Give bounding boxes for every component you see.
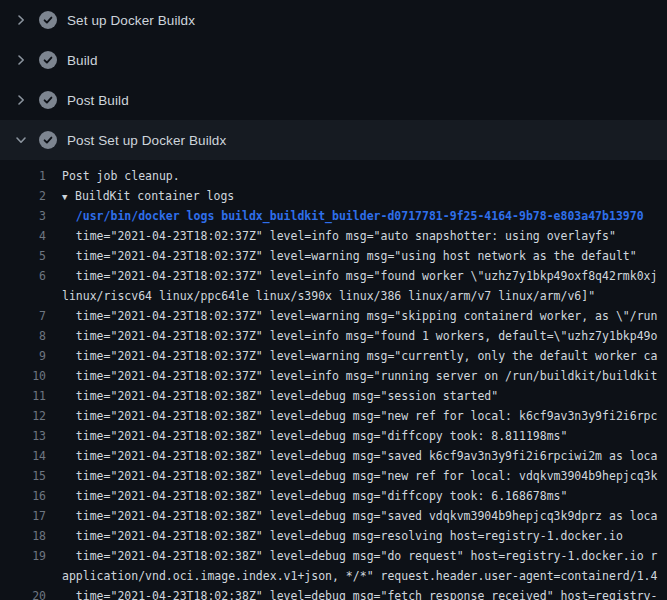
step-header-set-up-docker-buildx[interactable]: Set up Docker Buildx <box>0 0 667 40</box>
log-line-number[interactable]: 13 <box>0 426 46 446</box>
step-success-check-icon <box>39 91 57 109</box>
log-group-collapse-triangle-icon[interactable]: ▼ <box>62 187 75 207</box>
chevron-right-icon[interactable] <box>13 92 29 108</box>
log-line-text: time="2021-04-23T18:02:37Z" level=info m… <box>62 226 616 246</box>
step-header-post-build[interactable]: Post Build <box>0 80 667 120</box>
log-line-wrap-continuation: application/vnd.oci.image.index.v1+json,… <box>0 566 667 586</box>
log-line-text: time="2021-04-23T18:02:37Z" level=warnin… <box>62 346 657 366</box>
log-line-text: time="2021-04-23T18:02:37Z" level=info m… <box>62 266 657 286</box>
log-line-text: Post job cleanup. <box>62 166 180 186</box>
log-line-number[interactable]: 18 <box>0 526 46 546</box>
log-line-text: time="2021-04-23T18:02:38Z" level=debug … <box>62 386 498 406</box>
chevron-right-icon[interactable] <box>13 52 29 68</box>
log-line-number[interactable]: 6 <box>0 266 46 286</box>
log-line: 15 time="2021-04-23T18:02:38Z" level=deb… <box>0 466 667 486</box>
log-line: 4 time="2021-04-23T18:02:37Z" level=info… <box>0 226 667 246</box>
log-line-text: time="2021-04-23T18:02:38Z" level=debug … <box>62 466 657 486</box>
log-line: 6 time="2021-04-23T18:02:37Z" level=info… <box>0 266 667 286</box>
step-success-check-icon <box>39 131 57 149</box>
log-line-number[interactable]: 4 <box>0 226 46 246</box>
log-line-number[interactable]: 2 <box>0 186 46 206</box>
log-line-number[interactable]: 10 <box>0 366 46 386</box>
job-steps-list: Set up Docker Buildx Build P <box>0 0 667 160</box>
log-line-text: time="2021-04-23T18:02:38Z" level=debug … <box>62 426 567 446</box>
step-success-check-icon <box>39 11 57 29</box>
log-line-text: time="2021-04-23T18:02:38Z" level=debug … <box>62 486 567 506</box>
log-line: 10 time="2021-04-23T18:02:37Z" level=inf… <box>0 366 667 386</box>
log-line-number[interactable] <box>0 566 46 586</box>
log-line-text: time="2021-04-23T18:02:37Z" level=info m… <box>62 366 657 386</box>
log-line-number[interactable]: 11 <box>0 386 46 406</box>
step-log-output: 1 Post job cleanup. 2 ▼BuildKit containe… <box>0 160 667 600</box>
log-line-number[interactable]: 19 <box>0 546 46 566</box>
log-line-text: ▼BuildKit container logs <box>62 186 234 206</box>
step-label: Post Build <box>67 93 129 108</box>
step-label: Set up Docker Buildx <box>67 13 195 28</box>
log-line-number[interactable] <box>0 286 46 306</box>
log-line: 17 time="2021-04-23T18:02:38Z" level=deb… <box>0 506 667 526</box>
log-line: 8 time="2021-04-23T18:02:37Z" level=info… <box>0 326 667 346</box>
log-line-text: linux/riscv64 linux/ppc64le linux/s390x … <box>62 286 595 306</box>
log-line-command: 3 /usr/bin/docker logs buildx_buildkit_b… <box>0 206 667 226</box>
step-label: Post Set up Docker Buildx <box>67 133 226 148</box>
log-line: 16 time="2021-04-23T18:02:38Z" level=deb… <box>0 486 667 506</box>
log-line-number[interactable]: 20 <box>0 586 46 600</box>
log-line: 13 time="2021-04-23T18:02:38Z" level=deb… <box>0 426 667 446</box>
log-line-text: /usr/bin/docker logs buildx_buildkit_bui… <box>62 206 644 226</box>
log-group-header[interactable]: 2 ▼BuildKit container logs <box>0 186 667 206</box>
log-line: 9 time="2021-04-23T18:02:37Z" level=warn… <box>0 346 667 366</box>
log-line: 18 time="2021-04-23T18:02:38Z" level=deb… <box>0 526 667 546</box>
log-line-text: application/vnd.oci.image.index.v1+json,… <box>62 566 657 586</box>
step-header-post-set-up-docker-buildx[interactable]: Post Set up Docker Buildx <box>0 120 667 160</box>
log-line-number[interactable]: 8 <box>0 326 46 346</box>
log-line-text: time="2021-04-23T18:02:37Z" level=warnin… <box>62 306 657 326</box>
log-line-wrap-continuation: linux/riscv64 linux/ppc64le linux/s390x … <box>0 286 667 306</box>
step-label: Build <box>67 53 98 68</box>
log-line-number[interactable]: 14 <box>0 446 46 466</box>
log-line-text: time="2021-04-23T18:02:38Z" level=debug … <box>62 446 657 466</box>
log-line-text: time="2021-04-23T18:02:38Z" level=debug … <box>62 406 657 426</box>
step-success-check-icon <box>39 51 57 69</box>
log-line: 1 Post job cleanup. <box>0 166 667 186</box>
log-line: 5 time="2021-04-23T18:02:37Z" level=warn… <box>0 246 667 266</box>
log-line-text: time="2021-04-23T18:02:38Z" level=debug … <box>62 586 657 600</box>
log-line: 12 time="2021-04-23T18:02:38Z" level=deb… <box>0 406 667 426</box>
log-line-text: time="2021-04-23T18:02:38Z" level=debug … <box>62 546 657 566</box>
log-line-number[interactable]: 16 <box>0 486 46 506</box>
chevron-right-icon[interactable] <box>13 12 29 28</box>
log-line-text: time="2021-04-23T18:02:38Z" level=debug … <box>62 526 623 546</box>
log-line-number[interactable]: 7 <box>0 306 46 326</box>
log-line-number[interactable]: 15 <box>0 466 46 486</box>
log-line-text: time="2021-04-23T18:02:38Z" level=debug … <box>62 506 657 526</box>
log-line: 11 time="2021-04-23T18:02:38Z" level=deb… <box>0 386 667 406</box>
log-group-label: BuildKit container logs <box>75 189 234 203</box>
chevron-down-icon[interactable] <box>13 132 29 148</box>
log-line-number[interactable]: 5 <box>0 246 46 266</box>
log-line-text: time="2021-04-23T18:02:37Z" level=info m… <box>62 326 657 346</box>
log-line-number[interactable]: 17 <box>0 506 46 526</box>
log-line-text: time="2021-04-23T18:02:37Z" level=warnin… <box>62 246 637 266</box>
log-line: 19 time="2021-04-23T18:02:38Z" level=deb… <box>0 546 667 566</box>
step-header-build[interactable]: Build <box>0 40 667 80</box>
log-line-number[interactable]: 12 <box>0 406 46 426</box>
log-line-number[interactable]: 9 <box>0 346 46 366</box>
log-line: 7 time="2021-04-23T18:02:37Z" level=warn… <box>0 306 667 326</box>
log-line-number[interactable]: 1 <box>0 166 46 186</box>
log-line: 20 time="2021-04-23T18:02:38Z" level=deb… <box>0 586 667 600</box>
log-line-number[interactable]: 3 <box>0 206 46 226</box>
log-line: 14 time="2021-04-23T18:02:38Z" level=deb… <box>0 446 667 466</box>
